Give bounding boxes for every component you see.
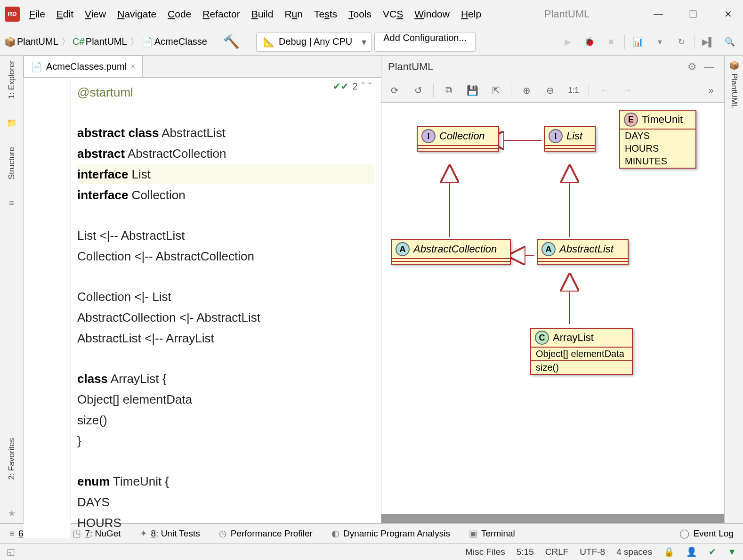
menu-build[interactable]: Build [251,8,274,20]
status-line-ending[interactable]: CRLF [545,547,569,557]
build-button[interactable]: 🔨 [222,32,241,51]
minimize-button[interactable]: — [653,8,664,20]
profile-button[interactable]: 📊 [630,33,646,50]
hide-panel-icon[interactable]: — [701,58,718,75]
shield-icon[interactable]: ▼ [727,547,736,557]
star-icon[interactable]: ★ [8,508,16,519]
titlebar: RD File Edit View Navigate Code Refactor… [0,0,743,28]
tool-windows-icon[interactable]: ◱ [7,546,15,557]
terminal-tab[interactable]: ▣Terminal [469,528,515,539]
uml-enum-value: HOURS [620,142,695,155]
uml-label: List [566,130,582,142]
reload-icon[interactable]: ↺ [410,82,427,99]
menu-file[interactable]: File [29,8,45,20]
search-everywhere-button[interactable]: 🔍 [721,33,738,50]
main-area: 1: Explorer 📁 Structure ≡ 2: Favorites ★… [0,56,743,523]
zoom-reset-button[interactable]: 1:1 [565,82,582,99]
menu-tools[interactable]: Tools [348,8,372,20]
menu-edit[interactable]: Edit [57,8,73,20]
uml-class-arraylist: CArrayList Object[] elementData size() [530,328,633,375]
app-logo: RD [5,7,20,22]
menu-window[interactable]: Window [414,8,450,20]
editor-body[interactable]: ✔✔ 2 ˆ ˇ @startuml abstract class Abstra… [24,78,381,538]
preview-pane: PlantUML ⚙ — ⟳ ↺ ⧉ 💾 ⇱ ⊕ ⊖ 1:1 ← → » [381,56,724,523]
maximize-button[interactable]: ☐ [687,8,699,20]
copy-icon[interactable]: ⧉ [440,82,457,99]
structure-tab[interactable]: Structure [7,147,16,179]
balloon-icon: ◯ [679,528,689,539]
editor-tab-row: 📄 AcmeClasses.puml × [24,56,381,78]
close-tab-icon[interactable]: × [130,62,136,72]
puml-icon: 📄 [31,61,42,73]
favorites-tab-label: 2: Favorites [7,438,16,480]
lock-icon[interactable]: 🔒 [663,546,675,557]
menu-vcs[interactable]: VCS [383,8,403,20]
more-icon[interactable]: » [703,82,719,99]
terminal-label: Terminal [481,528,515,539]
next-highlight-icon[interactable]: ˇ [368,81,372,92]
uml-label: TimeUnit [642,114,683,126]
menu-refactor[interactable]: Refactor [202,8,240,20]
status-position[interactable]: 5:15 [517,547,534,557]
explorer-tab-label: 1: Explorer [7,60,16,99]
zoom-out-icon[interactable]: ⊖ [541,82,558,99]
nav-back-icon[interactable]: ← [596,82,613,99]
menu-view[interactable]: View [85,8,106,20]
debug-icon: 📐 [263,36,275,48]
inspection-count: 2 [353,81,358,92]
menu-run[interactable]: Run [284,8,303,20]
nav-forward-icon[interactable]: → [619,82,636,99]
event-log-tab[interactable]: ◯Event Log [679,528,734,539]
preview-header: PlantUML ⚙ — [381,56,724,78]
breadcrumb-separator: 〉 [61,35,71,48]
menu-code[interactable]: Code [168,8,191,20]
export-icon[interactable]: ⇱ [487,82,504,99]
profile-dropdown[interactable]: ▾ [651,33,668,50]
preview-title: PlantUML [388,61,434,73]
breadcrumb-root[interactable]: 📦 PlantUML [5,36,58,47]
horizontal-scrollbar[interactable] [381,514,724,523]
stop-button[interactable]: ■ [603,33,620,50]
run-anything-button[interactable]: ▶▌ [700,33,717,50]
check-icon[interactable]: ✔ [709,546,716,557]
editor-tab[interactable]: 📄 AcmeClasses.puml × [24,56,143,77]
preview-toolbar: ⟳ ↺ ⧉ 💾 ⇱ ⊕ ⊖ 1:1 ← → » [381,78,724,103]
menu-navigate[interactable]: Navigate [117,8,156,20]
gear-icon[interactable]: ⚙ [684,58,701,75]
run-button[interactable]: ▶ [559,33,576,50]
code-area[interactable]: @startuml abstract class AbstractList ab… [71,78,381,538]
close-button[interactable]: ✕ [722,8,734,20]
inspection-widget[interactable]: ✔✔ 2 ˆ ˇ [333,81,372,92]
save-icon[interactable]: 💾 [464,82,481,99]
uml-enum-timeunit: ETimeUnit DAYS HOURS MINUTES [619,110,696,169]
inspection-icon[interactable]: 👤 [686,546,697,557]
add-configuration-button[interactable]: Add Configuration... [374,32,476,52]
debug-button[interactable]: 🐞 [581,33,598,50]
menu-tests[interactable]: Tests [314,8,337,20]
menubar: File Edit View Navigate Code Refactor Bu… [29,8,481,20]
plantuml-tab[interactable]: PlantUML [729,73,739,109]
diagram-area[interactable]: ICollection IList AAbstractCollection AA… [381,103,724,523]
breadcrumb-root-label: PlantUML [17,36,58,47]
status-encoding[interactable]: UTF-8 [580,547,605,557]
favorites-tab[interactable]: 2: Favorites [7,438,16,480]
prev-highlight-icon[interactable]: ˆ [362,81,365,92]
left-tool-strip: 1: Explorer 📁 Structure ≡ 2: Favorites ★ [0,56,24,523]
attach-button[interactable]: ↻ [673,33,690,50]
plantuml-tool-icon[interactable]: 📦 [729,60,739,71]
editor-gutter [24,78,71,538]
editor-tab-label: AcmeClasses.puml [46,61,127,72]
breadcrumb-file[interactable]: 📄 AcmeClasse [142,36,207,47]
status-indent[interactable]: 4 spaces [616,547,652,557]
explorer-tab[interactable]: 1: Explorer [7,60,16,99]
puml-icon: 📄 [142,37,153,47]
terminal-icon: ▣ [469,528,477,539]
run-config-select[interactable]: 📐 Debug | Any CPU [256,32,372,52]
breadcrumb-project[interactable]: C# PlantUML [73,36,127,47]
structure-icon[interactable]: ≡ [9,198,14,208]
folder-icon[interactable]: 📁 [7,118,17,128]
status-context[interactable]: Misc Files [465,547,505,557]
refresh-icon[interactable]: ⟳ [386,82,403,99]
menu-help[interactable]: Help [461,8,481,20]
zoom-in-icon[interactable]: ⊕ [518,82,535,99]
